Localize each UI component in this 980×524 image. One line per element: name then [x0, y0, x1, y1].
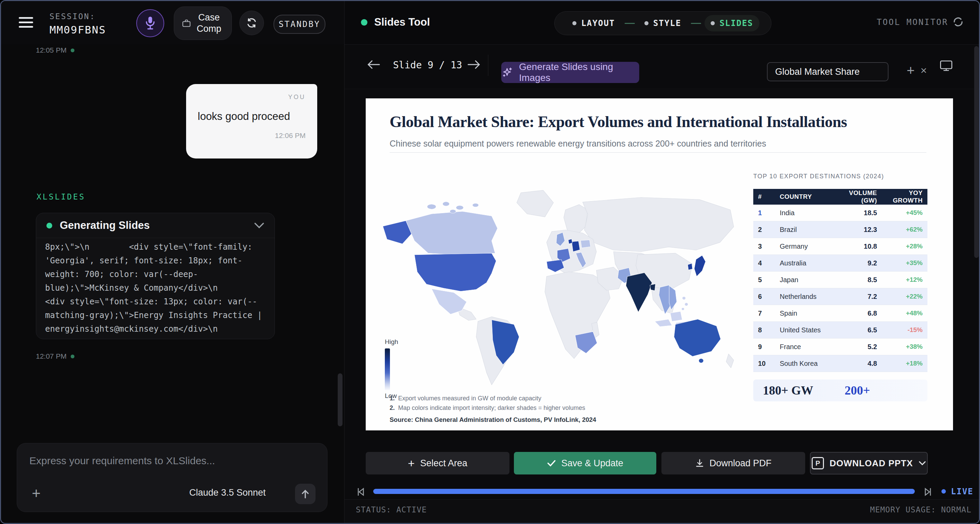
table-row: 7 Spain 6.8 +48% [753, 305, 928, 322]
export-table: # COUNTRY VOLUME (GW) YOY GROWTH 1 India… [753, 189, 928, 372]
slide-counter: Slide 9 / 13 [393, 59, 462, 71]
chat-timestamp: 12:07 PM [36, 352, 75, 360]
standby-badge[interactable]: STANDBY [274, 15, 325, 34]
tab-dot-icon [572, 21, 576, 25]
destinations-stat: 200+ [845, 383, 870, 398]
chat-scrollbar-thumb[interactable] [338, 373, 342, 426]
table-row: 10 South Korea 4.8 +18% [753, 355, 928, 372]
attach-plus-icon[interactable]: + [29, 486, 44, 502]
download-pdf-button[interactable]: Download PDF [662, 452, 805, 475]
status-text: STATUS: ACTIVE [356, 505, 427, 514]
present-monitor-icon[interactable] [939, 59, 953, 72]
timeline-scrubber[interactable] [373, 489, 915, 494]
delete-slide-button[interactable]: × [917, 61, 931, 80]
refresh-button[interactable] [239, 11, 264, 35]
tab-style[interactable]: STYLE [638, 15, 687, 32]
tab-dot-icon [644, 21, 648, 25]
skip-to-end-icon[interactable] [923, 487, 933, 497]
save-update-button[interactable]: Save & Update [514, 452, 656, 475]
download-pptx-button[interactable]: P DOWNLOAD PPTX [810, 452, 928, 475]
slide-subtitle: Chinese solar equipment powers renewable… [390, 139, 766, 148]
chevron-down-icon [918, 461, 926, 466]
session-id: MM09FBNS [49, 24, 106, 36]
microphone-button[interactable] [136, 9, 164, 37]
case-comp-button[interactable]: Case Comp [174, 6, 232, 40]
export-table-block: TOP 10 EXPORT DESTINATIONS (2024) # COUN… [753, 173, 928, 401]
slide-title: Global Market Share: Export Volumes and … [390, 113, 929, 131]
slides-panel: Slides Tool LAYOUT STYLE SLIDES TOOL M [344, 1, 980, 523]
export-table-header: # COUNTRY VOLUME (GW) YOY GROWTH [753, 189, 928, 205]
select-area-button[interactable]: + Select Area [366, 452, 509, 475]
app-title: Slides Tool [374, 16, 430, 29]
tool-card-title: Generating Slides [60, 219, 254, 232]
refresh-icon [246, 17, 258, 29]
active-status-dot-icon [46, 223, 52, 229]
table-row: 8 United States 6.5 -15% [753, 322, 928, 339]
chat-input-placeholder: Express your requirements to XLSlides... [29, 455, 215, 467]
tool-card-header[interactable]: Generating Slides [36, 213, 275, 238]
status-bar: STATUS: ACTIVE MEMORY USAGE: NORMAL [345, 499, 980, 523]
download-icon [695, 459, 704, 468]
case-comp-label: Case Comp [194, 12, 224, 35]
plus-icon: + [408, 457, 415, 470]
footnote-2: 2.Map colors indicate import intensity; … [390, 405, 585, 412]
arrow-up-icon [301, 489, 310, 499]
status-dot-icon [71, 48, 75, 52]
summary-box: 180+ GW 200+ [753, 379, 928, 401]
memory-usage-text: MEMORY USAGE: NORMAL [870, 505, 972, 514]
add-slide-button[interactable]: + [903, 60, 918, 81]
tool-output-card: Generating Slides 8px;\">\n <div style=\… [36, 213, 275, 339]
mode-tabs: LAYOUT STYLE SLIDES [554, 11, 772, 35]
skip-to-start-icon[interactable] [355, 487, 366, 497]
menu-icon[interactable] [19, 17, 33, 28]
slide-toolbar: Slide 9 / 13 Generate Slides using Image… [345, 45, 980, 89]
tab-slides[interactable]: SLIDES [705, 15, 759, 32]
prev-slide-button[interactable] [366, 57, 382, 72]
table-row: 9 France 5.2 +38% [753, 339, 928, 355]
chat-timestamp: 12:05 PM [36, 46, 75, 54]
table-row: 6 Netherlands 7.2 +22% [753, 288, 928, 305]
table-row: 4 Australia 9.2 +35% [753, 255, 928, 272]
footnote-1: 1.Export volumes measured in GW of modul… [390, 395, 541, 402]
send-button[interactable] [295, 484, 315, 504]
world-choropleth-map [373, 180, 748, 394]
panel-scrollbar-thumb[interactable] [974, 46, 978, 258]
chat-panel: SESSION: MM09FBNS Case Comp STANDBY [1, 1, 344, 523]
sync-spinner-icon [952, 16, 964, 28]
briefcase-icon [182, 19, 191, 27]
chat-header: SESSION: MM09FBNS Case Comp STANDBY [1, 1, 344, 45]
legend-high-label: High [385, 338, 415, 346]
slide-divider [390, 152, 926, 153]
session-label: SESSION: [49, 12, 95, 21]
tool-monitor-label: TOOL MONITOR [877, 18, 948, 27]
source-note: Source: China General Administration of … [390, 416, 596, 424]
table-row: 1 India 18.5 +45% [753, 205, 928, 221]
tab-layout[interactable]: LAYOUT [566, 15, 621, 32]
table-row: 5 Japan 8.5 +12% [753, 272, 928, 288]
check-icon [547, 459, 556, 467]
app-status-dot-icon [361, 19, 368, 25]
tool-section-label: XLSLIDES [37, 192, 85, 201]
slide-canvas[interactable]: Global Market Share: Export Volumes and … [366, 99, 953, 430]
app-window: SESSION: MM09FBNS Case Comp STANDBY [0, 0, 980, 524]
table-title: TOP 10 EXPORT DESTINATIONS (2024) [753, 173, 928, 180]
next-slide-button[interactable] [466, 57, 482, 72]
total-volume-stat: 180+ GW [763, 383, 813, 398]
legend-gradient-bar [385, 349, 390, 391]
history-timeline: LIVE [345, 486, 980, 500]
slide-title-input[interactable] [767, 62, 888, 81]
user-message-bubble: YOU looks good proceed 12:06 PM [186, 84, 317, 159]
chevron-down-icon[interactable] [254, 222, 264, 229]
map-legend: High Low [385, 338, 415, 400]
sparkles-icon [501, 67, 513, 78]
generate-slides-button[interactable]: Generate Slides using Images [501, 62, 639, 83]
pptx-file-icon: P [812, 457, 824, 469]
live-dot-icon [942, 489, 946, 494]
chat-input-box[interactable]: Express your requirements to XLSlides...… [17, 443, 328, 512]
tab-connector [625, 23, 635, 24]
model-selector[interactable]: Claude 3.5 Sonnet [189, 487, 266, 498]
slides-header: Slides Tool LAYOUT STYLE SLIDES TOOL M [345, 1, 980, 45]
live-badge: LIVE [951, 487, 974, 496]
message-time: 12:06 PM [198, 132, 305, 140]
message-sender: YOU [198, 94, 305, 101]
